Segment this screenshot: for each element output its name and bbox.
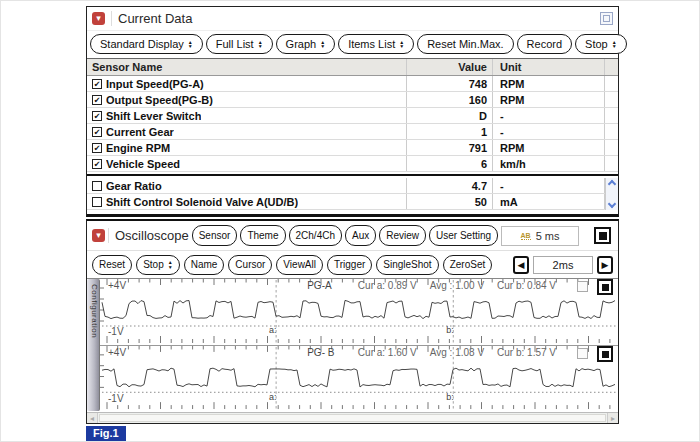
button-label: ViewAll: [283, 259, 316, 270]
button-reset[interactable]: Reset: [92, 255, 132, 275]
row-checkbox[interactable]: ✔: [92, 159, 102, 169]
button-label: Record: [527, 38, 562, 50]
channel-name: PG- B: [307, 347, 334, 358]
channel-checkbox[interactable]: [577, 281, 588, 292]
cursor-a-readout: Cur a: 0.89 V: [358, 280, 417, 291]
button-trigger[interactable]: Trigger: [327, 255, 372, 275]
button-record[interactable]: Record: [517, 34, 572, 54]
row-checkbox[interactable]: ✔: [92, 127, 102, 137]
button-items-list[interactable]: Items List▲▼: [338, 34, 414, 54]
sensor-row-vehicle-speed[interactable]: ✔Vehicle Speed6km/h: [87, 156, 618, 172]
button-sensor[interactable]: Sensor: [192, 225, 238, 246]
spinner-icon: ▲▼: [258, 40, 263, 49]
scroll-down-icon[interactable]: [608, 200, 616, 208]
configuration-tab[interactable]: Configuration: [87, 279, 100, 411]
sensor-row-shift-control-solenoid-valve-a-ud-b[interactable]: Shift Control Solenoid Valve A(UD/B)50mA: [87, 194, 618, 210]
scroll-right-icon[interactable]: ▸: [607, 413, 618, 423]
button-graph[interactable]: Graph▲▼: [276, 34, 336, 54]
button-theme[interactable]: Theme: [240, 225, 285, 246]
channel-name: PG-A: [307, 280, 331, 291]
extra-sensor-rows: Gear Ratio4.7-Shift Control Solenoid Val…: [87, 178, 618, 210]
timebase-left-button[interactable]: ◀: [513, 256, 529, 274]
cursor-b-label[interactable]: b:: [446, 392, 454, 402]
button-user-setting[interactable]: User Setting: [429, 225, 498, 246]
row-checkbox[interactable]: ✔: [92, 79, 102, 89]
restore-window-icon[interactable]: [600, 12, 613, 25]
sensor-name-label: Engine RPM: [106, 142, 170, 154]
column-sensor-name: Sensor Name: [87, 59, 406, 75]
channel-min-label: -1V: [108, 326, 124, 337]
oscilloscope-panel: ▾ Oscilloscope SensorTheme2Ch/4ChAuxRevi…: [86, 219, 619, 424]
screenshot-page: ▾ Current Data Standard Display▲▼Full Li…: [0, 0, 700, 442]
restore-window-inner-icon: [603, 15, 610, 22]
cursor-b-readout: Cur b: 0.84 V: [497, 280, 556, 291]
button-label: Full List: [216, 38, 254, 50]
scroll-up-icon[interactable]: [608, 180, 616, 188]
button-viewall[interactable]: ViewAll: [276, 255, 323, 275]
sensor-name-cell: ✔Input Speed(PG-A): [87, 76, 406, 91]
ab-cursor-icon: AB: [521, 232, 531, 240]
button-name[interactable]: Name: [184, 255, 225, 275]
current-data-header: ▾ Current Data: [87, 7, 618, 31]
button-cursor[interactable]: Cursor: [228, 255, 272, 275]
panel-menu-icon[interactable]: ▾: [92, 229, 105, 242]
row-checkbox[interactable]: [92, 181, 102, 191]
button-stop[interactable]: Stop▲▼: [136, 255, 180, 275]
mini-scrollbar[interactable]: [605, 178, 618, 210]
channel-display-button[interactable]: [597, 346, 613, 362]
button-zeroset[interactable]: ZeroSet: [443, 255, 493, 275]
channel-checkbox[interactable]: [577, 348, 588, 359]
spinner-icon: ▲▼: [320, 40, 325, 49]
sensor-table-header: Sensor Name Value Unit: [87, 58, 618, 76]
button-singleshot[interactable]: SingleShot: [376, 255, 438, 275]
button-label: Stop: [585, 38, 608, 50]
row-checkbox[interactable]: ✔: [92, 143, 102, 153]
waveform-region: Configuration +4VPG-ACur a: 0.89 VAvg : …: [87, 278, 618, 411]
cursor-a-label[interactable]: a:: [269, 392, 277, 402]
button-label: Cursor: [235, 259, 265, 270]
channel-list: +4VPG-ACur a: 0.89 VAvg : 1.00 VCur b: 0…: [100, 279, 618, 411]
sensor-row-shift-lever-switch[interactable]: ✔Shift Lever SwitchD-: [87, 108, 618, 124]
spinner-icon: ▲▼: [399, 40, 404, 49]
cursor-b-label[interactable]: b:: [446, 325, 454, 335]
button-label: Items List: [348, 38, 395, 50]
button-stop[interactable]: Stop▲▼: [575, 34, 627, 54]
button-aux[interactable]: Aux: [345, 225, 376, 246]
channel-readouts: Cur a: 1.60 VAvg : 1.08 VCur b: 1.57 V: [358, 347, 556, 358]
button-review[interactable]: Review: [379, 225, 426, 246]
button-label: SingleShot: [383, 259, 431, 270]
scrollbar-thumb[interactable]: [99, 414, 606, 422]
sensor-row-current-gear[interactable]: ✔Current Gear1-: [87, 124, 618, 140]
row-gutter: [604, 92, 618, 107]
sensor-row-input-speed-pg-a[interactable]: ✔Input Speed(PG-A)748RPM: [87, 76, 618, 92]
row-checkbox[interactable]: ✔: [92, 95, 102, 105]
sensor-row-gear-ratio[interactable]: Gear Ratio4.7-: [87, 178, 618, 194]
channel-display-button[interactable]: [597, 279, 613, 295]
cursor-a-label[interactable]: a:: [269, 325, 277, 335]
current-data-panel: ▾ Current Data Standard Display▲▼Full Li…: [86, 6, 619, 217]
row-checkbox[interactable]: ✔: [92, 111, 102, 121]
horizontal-scrollbar[interactable]: ◂ ▸: [87, 412, 618, 423]
display-mode-button[interactable]: [594, 227, 611, 244]
button-label: 2Ch/4Ch: [296, 230, 335, 241]
panel-menu-icon[interactable]: ▾: [92, 12, 105, 25]
sensor-row-output-speed-pg-b[interactable]: ✔Output Speed(PG-B)160RPM: [87, 92, 618, 108]
sensor-name-label: Input Speed(PG-A): [106, 78, 204, 90]
sensor-unit-cell: km/h: [492, 156, 604, 171]
row-checkbox[interactable]: [92, 197, 102, 207]
extra-sensor-section: Gear Ratio4.7-Shift Control Solenoid Val…: [87, 178, 618, 210]
button-label: Sensor: [199, 230, 231, 241]
timebase-right-button[interactable]: ▶: [597, 256, 613, 274]
sensor-row-engine-rpm[interactable]: ✔Engine RPM791RPM: [87, 140, 618, 156]
button-2ch-4ch[interactable]: 2Ch/4Ch: [289, 225, 342, 246]
button-reset-min-max[interactable]: Reset Min.Max.: [417, 34, 513, 54]
sensor-name-label: Shift Control Solenoid Valve A(UD/B): [106, 196, 298, 208]
scroll-left-icon[interactable]: ◂: [87, 413, 98, 423]
oscilloscope-channel-pg-a: +4VPG-ACur a: 0.89 VAvg : 1.00 VCur b: 0…: [100, 279, 618, 345]
sensor-name-label: Gear Ratio: [106, 180, 162, 192]
sensor-value-cell: 748: [406, 76, 492, 91]
sensor-name-cell: Shift Control Solenoid Valve A(UD/B): [87, 194, 406, 209]
avg-readout: Avg : 1.08 V: [430, 347, 484, 358]
button-full-list[interactable]: Full List▲▼: [206, 34, 273, 54]
button-standard-display[interactable]: Standard Display▲▼: [90, 34, 203, 54]
